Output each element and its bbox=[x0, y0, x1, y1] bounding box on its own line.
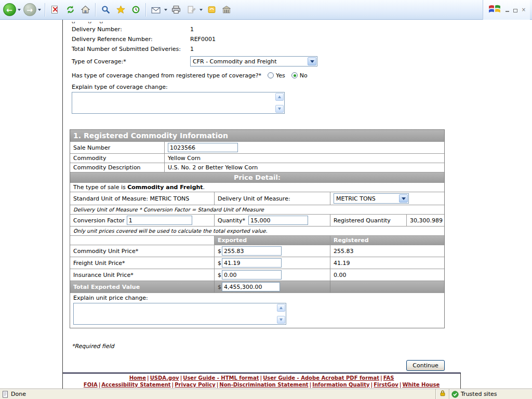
delivery-reference-value: REF0001 bbox=[190, 34, 216, 44]
footer-links-line2: FOIA|Accessibility Statement|Privacy Pol… bbox=[63, 381, 460, 388]
messenger-button[interactable] bbox=[204, 2, 219, 18]
search-icon bbox=[101, 5, 110, 15]
favorites-button[interactable] bbox=[113, 2, 128, 18]
textarea-scrollbar[interactable] bbox=[277, 304, 285, 324]
scroll-down-icon[interactable] bbox=[277, 316, 285, 324]
explain-coverage-textarea[interactable] bbox=[72, 92, 285, 114]
footer-link[interactable]: White House bbox=[402, 382, 440, 388]
scroll-up-icon[interactable] bbox=[277, 304, 285, 312]
forward-button[interactable]: → bbox=[22, 2, 37, 18]
status-text: Done bbox=[11, 391, 26, 397]
unit-price-note-row: Only unit prices covered will be used to… bbox=[70, 226, 444, 235]
sale-type-prefix: The type of sale is bbox=[73, 184, 127, 191]
messenger-icon bbox=[207, 5, 216, 15]
delivery-uom-select[interactable]: METRIC TONS bbox=[334, 193, 409, 204]
forward-icon: → bbox=[23, 3, 36, 16]
scroll-down-icon[interactable] bbox=[275, 105, 284, 113]
edit-button[interactable] bbox=[184, 2, 198, 18]
print-button[interactable] bbox=[169, 2, 183, 18]
chevron-down-icon[interactable] bbox=[399, 194, 408, 203]
close-button[interactable]: × bbox=[521, 7, 527, 12]
mail-button[interactable] bbox=[149, 2, 163, 18]
footer-link[interactable]: User Guide - Adobe Acrobat PDF format bbox=[263, 375, 379, 381]
form-page: y, y,y Delivery Number: 1 Delivery Refer… bbox=[62, 20, 460, 389]
commodity-description-value: U.S. No. 2 or Better Yellow Corn bbox=[164, 163, 444, 172]
explain-coverage-label: Explain type of coverage change: bbox=[72, 83, 460, 91]
footer-separator: | bbox=[379, 375, 383, 381]
delivery-number-label: Delivery Number: bbox=[72, 24, 190, 34]
conversion-factor-input[interactable] bbox=[127, 216, 192, 225]
footer-separator: | bbox=[146, 375, 150, 381]
footer-link[interactable]: Information Quality bbox=[312, 382, 369, 388]
footer-link[interactable]: USDA.gov bbox=[150, 375, 179, 381]
footer-link[interactable]: FAS bbox=[383, 375, 394, 381]
commodity-label: Commodity bbox=[70, 154, 164, 163]
explain-price-textarea[interactable] bbox=[73, 303, 286, 325]
freight-unit-price-label: Freight Unit Price* bbox=[70, 257, 214, 269]
maximize-button[interactable] bbox=[512, 7, 518, 12]
back-dropdown-icon[interactable] bbox=[18, 9, 21, 12]
chevron-down-icon[interactable] bbox=[308, 57, 316, 65]
refresh-icon bbox=[65, 5, 75, 15]
security-zone-segment[interactable]: Trusted sites bbox=[449, 389, 532, 399]
total-exported-value-input[interactable] bbox=[222, 282, 280, 291]
stop-button[interactable]: × bbox=[48, 2, 62, 18]
forward-dropdown-icon[interactable] bbox=[38, 9, 41, 12]
standard-uom-text: Standard Unit of Measure: METRIC TONS bbox=[70, 192, 214, 205]
minimize-button[interactable] bbox=[504, 7, 510, 12]
coverage-change-question-row: Has type of coverage changed from regist… bbox=[72, 71, 460, 80]
unit-of-measure-row: Standard Unit of Measure: METRIC TONS De… bbox=[70, 192, 444, 205]
commodity-unit-price-row: Commodity Unit Price* $ 255.83 bbox=[70, 245, 444, 257]
mail-icon bbox=[151, 5, 161, 15]
mail-dropdown-icon[interactable] bbox=[164, 9, 167, 12]
textarea-scrollbar[interactable] bbox=[275, 93, 284, 113]
footer-link[interactable]: FOIA bbox=[84, 382, 98, 388]
total-exported-value-row: Total Exported Value $ bbox=[70, 281, 444, 292]
continue-button[interactable]: Continue bbox=[406, 360, 445, 371]
refresh-button[interactable] bbox=[63, 2, 77, 18]
brand-zone: × bbox=[483, 0, 530, 20]
clipped-row-fragment: y, y,y bbox=[63, 20, 460, 23]
footer-link[interactable]: FirstGov bbox=[374, 382, 398, 388]
currency-symbol: $ bbox=[218, 284, 221, 290]
history-button[interactable] bbox=[128, 2, 143, 18]
price-detail-title: Price Detail: bbox=[234, 174, 281, 181]
page-footer: Home|USDA.gov|User Guide - HTML format|U… bbox=[63, 373, 461, 389]
delivery-number-row: Delivery Number: 1 bbox=[72, 24, 460, 34]
footer-links-line1: Home|USDA.gov|User Guide - HTML format|U… bbox=[63, 375, 460, 381]
footer-link[interactable]: Accessibility Statement bbox=[101, 382, 170, 388]
footer-link[interactable]: Home bbox=[129, 375, 146, 381]
footer-link[interactable]: Privacy Policy bbox=[175, 382, 215, 388]
currency-symbol: $ bbox=[218, 260, 221, 267]
sale-number-label: Sale Number bbox=[70, 142, 164, 153]
freight-unit-price-input[interactable] bbox=[222, 258, 282, 268]
currency-symbol: $ bbox=[218, 272, 221, 278]
status-segment: Done bbox=[0, 389, 435, 399]
commodity-value: Yellow Corn bbox=[164, 154, 444, 163]
back-button[interactable]: ← bbox=[2, 2, 17, 18]
sale-number-row: Sale Number bbox=[70, 141, 444, 153]
security-lock-segment bbox=[435, 389, 449, 399]
submitted-deliveries-row: Total Number of Submitted Deliveries: 1 bbox=[72, 44, 460, 54]
type-of-coverage-select[interactable]: CFR - Commodity and Freight bbox=[190, 56, 317, 66]
quantity-input[interactable] bbox=[248, 216, 308, 225]
total-exported-value-label: Total Exported Value bbox=[70, 281, 214, 292]
home-button[interactable] bbox=[78, 2, 92, 18]
sale-number-input[interactable] bbox=[168, 143, 238, 152]
section-header: 1. Registered Commodity Information bbox=[70, 130, 444, 141]
edit-pencil-icon bbox=[187, 5, 196, 15]
commodity-unit-price-input[interactable] bbox=[222, 246, 282, 256]
coverage-change-no-radio[interactable] bbox=[291, 72, 298, 78]
edit-dropdown-icon[interactable] bbox=[200, 9, 203, 12]
windows-flag-logo bbox=[488, 4, 501, 16]
coverage-change-yes-radio[interactable] bbox=[268, 72, 274, 78]
scroll-up-icon[interactable] bbox=[275, 93, 284, 101]
footer-link[interactable]: Non-Discrimination Statement bbox=[219, 382, 308, 388]
search-button[interactable] bbox=[98, 2, 113, 18]
footer-link[interactable]: User Guide - HTML format bbox=[183, 375, 259, 381]
sale-type-value: Commodity and Freight bbox=[127, 184, 203, 191]
insurance-unit-price-input[interactable] bbox=[222, 270, 282, 280]
currency-symbol: $ bbox=[218, 248, 221, 255]
research-button[interactable] bbox=[219, 2, 234, 18]
insurance-unit-price-label: Insurance Unit Price* bbox=[70, 269, 214, 281]
